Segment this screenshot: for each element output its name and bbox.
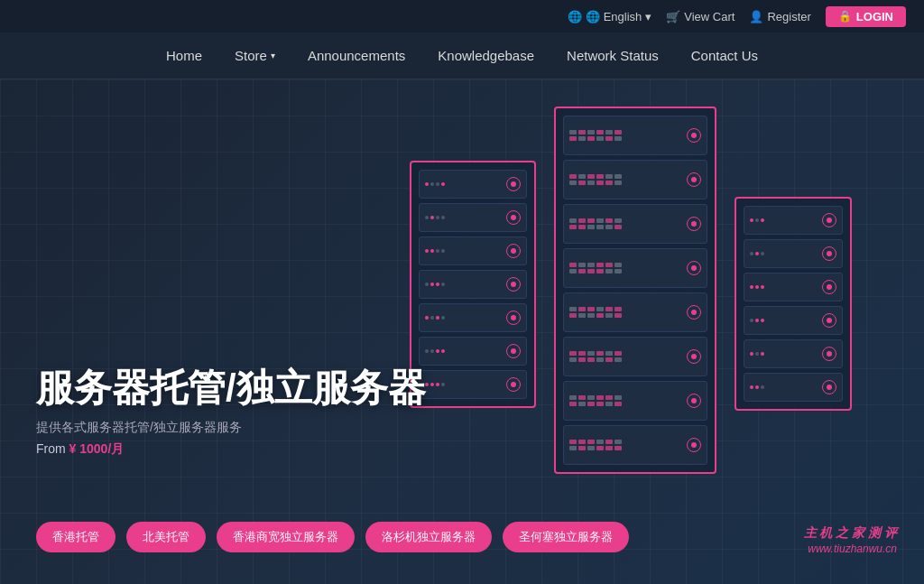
rack-right bbox=[735, 197, 852, 411]
language-selector[interactable]: 🌐 🌐 English ▾ bbox=[568, 10, 651, 23]
server-indicator bbox=[822, 313, 836, 328]
server-indicator bbox=[822, 347, 836, 361]
store-caret: ▾ bbox=[271, 51, 275, 60]
server-indicator bbox=[687, 305, 701, 320]
price-value: ¥ 1000/月 bbox=[69, 441, 125, 456]
server-indicator bbox=[687, 349, 701, 364]
watermark-title: 主 机 之 家 测 评 bbox=[804, 524, 897, 542]
server-unit bbox=[563, 292, 707, 332]
server-unit bbox=[419, 170, 527, 199]
lock-icon: 🔒 bbox=[838, 10, 852, 23]
rack-left bbox=[410, 161, 536, 408]
server-indicator bbox=[506, 377, 521, 392]
server-indicator bbox=[506, 210, 521, 225]
tags-row: 香港托管 北美托管 香港商宽独立服务器 洛杉机独立服务器 圣何塞独立服务器 bbox=[36, 522, 629, 552]
login-label: LOGIN bbox=[856, 10, 893, 23]
language-label: 🌐 English bbox=[586, 10, 642, 23]
server-indicator bbox=[506, 344, 521, 358]
racks-container bbox=[410, 107, 852, 474]
server-unit bbox=[563, 160, 707, 199]
rack-center bbox=[554, 107, 716, 474]
watermark: 主 机 之 家 测 评 www.tiuzhanwu.cn bbox=[804, 524, 897, 557]
cart-link[interactable]: 🛒 View Cart bbox=[666, 10, 735, 23]
server-unit bbox=[744, 273, 843, 301]
tag-hk-broadband-server[interactable]: 香港商宽独立服务器 bbox=[217, 522, 355, 552]
tag-sanjose-server[interactable]: 圣何塞独立服务器 bbox=[503, 522, 629, 552]
server-unit bbox=[419, 303, 527, 332]
server-indicator bbox=[687, 394, 701, 408]
server-unit bbox=[419, 236, 527, 265]
server-indicator bbox=[822, 280, 836, 294]
server-unit bbox=[419, 370, 527, 399]
server-unit bbox=[744, 206, 843, 235]
server-unit bbox=[419, 270, 527, 299]
nav-contact[interactable]: Contact Us bbox=[691, 48, 758, 63]
user-icon: 👤 bbox=[749, 10, 763, 23]
register-link[interactable]: 👤 Register bbox=[749, 10, 810, 23]
server-unit bbox=[419, 203, 527, 232]
server-unit bbox=[563, 116, 707, 155]
hero-subtitle: 提供各式服务器托管/独立服务器服务 bbox=[36, 420, 426, 436]
register-label: Register bbox=[767, 10, 810, 23]
server-unit bbox=[563, 381, 707, 421]
server-unit bbox=[744, 339, 843, 368]
tag-hk-hosting[interactable]: 香港托管 bbox=[36, 522, 116, 552]
server-indicator bbox=[822, 246, 836, 261]
server-indicator bbox=[687, 128, 701, 143]
server-indicator bbox=[687, 172, 701, 187]
hero-title: 服务器托管/独立服务器 bbox=[36, 367, 426, 409]
server-unit bbox=[563, 248, 707, 288]
nav-knowledgebase[interactable]: Knowledgebase bbox=[438, 48, 534, 63]
server-indicator bbox=[506, 311, 521, 325]
hero-text-block: 服务器托管/独立服务器 提供各式服务器托管/独立服务器服务 From ¥ 100… bbox=[36, 367, 426, 458]
top-bar: 🌐 🌐 English ▾ 🛒 View Cart 👤 Register 🔒 L… bbox=[0, 0, 924, 32]
nav-home[interactable]: Home bbox=[166, 48, 202, 63]
server-indicator bbox=[687, 261, 701, 275]
server-indicator bbox=[822, 213, 836, 227]
server-indicator bbox=[687, 438, 701, 452]
server-indicator bbox=[822, 380, 836, 394]
server-indicator bbox=[506, 277, 521, 292]
globe-icon: 🌐 bbox=[568, 10, 582, 23]
hero-price: From ¥ 1000/月 bbox=[36, 441, 426, 458]
cart-icon: 🛒 bbox=[666, 10, 680, 23]
server-unit bbox=[744, 373, 843, 402]
nav-network-status[interactable]: Network Status bbox=[567, 48, 659, 63]
login-button[interactable]: 🔒 LOGIN bbox=[826, 6, 906, 27]
language-caret: ▾ bbox=[645, 10, 651, 23]
nav-store[interactable]: Store ▾ bbox=[235, 48, 275, 63]
server-indicator bbox=[687, 217, 701, 231]
nav-announcements[interactable]: Announcements bbox=[308, 48, 405, 63]
server-indicator bbox=[506, 244, 521, 258]
server-indicator bbox=[506, 177, 521, 191]
tag-la-server[interactable]: 洛杉机独立服务器 bbox=[365, 522, 492, 552]
server-unit bbox=[744, 306, 843, 335]
hero-section: 服务器托管/独立服务器 提供各式服务器托管/独立服务器服务 From ¥ 100… bbox=[0, 79, 924, 584]
server-unit bbox=[563, 425, 707, 465]
tag-na-hosting[interactable]: 北美托管 bbox=[126, 522, 206, 552]
server-unit bbox=[563, 337, 707, 376]
watermark-url: www.tiuzhanwu.cn bbox=[804, 542, 897, 557]
cart-label: View Cart bbox=[684, 10, 735, 23]
server-unit bbox=[419, 337, 527, 366]
server-unit bbox=[563, 204, 707, 244]
navbar: Home Store ▾ Announcements Knowledgebase… bbox=[0, 32, 924, 79]
server-unit bbox=[744, 239, 843, 268]
